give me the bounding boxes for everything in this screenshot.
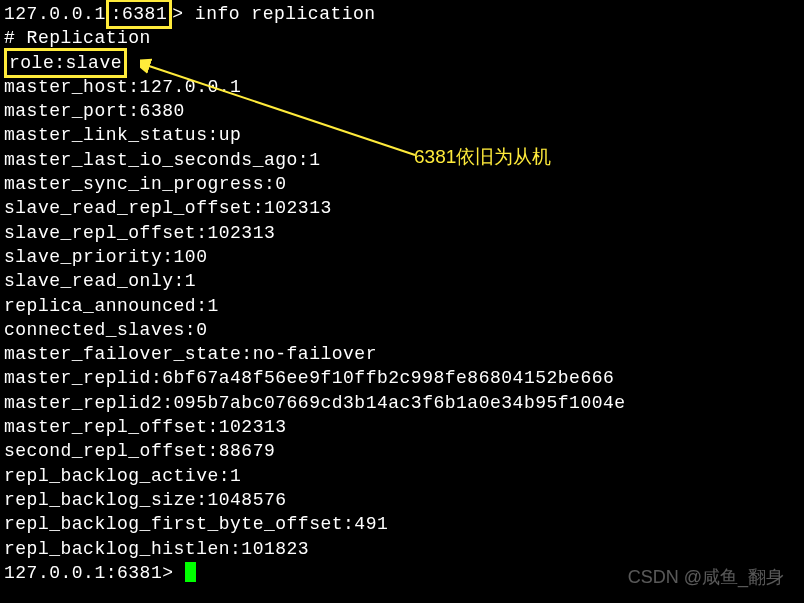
output-line: replica_announced:1 <box>4 294 800 318</box>
cursor-block <box>185 562 196 582</box>
output-line: connected_slaves:0 <box>4 318 800 342</box>
output-line: master_link_status:up <box>4 123 800 147</box>
output-line: slave_read_repl_offset:102313 <box>4 196 800 220</box>
output-line: slave_repl_offset:102313 <box>4 221 800 245</box>
output-line: master_replid2:095b7abc07669cd3b14ac3f6b… <box>4 391 800 415</box>
output-line: master_host:127.0.0.1 <box>4 75 800 99</box>
output-line: repl_backlog_histlen:101823 <box>4 537 800 561</box>
output-line: slave_priority:100 <box>4 245 800 269</box>
output-line: repl_backlog_first_byte_offset:491 <box>4 512 800 536</box>
prompt-line: 127.0.0.1:6381> info replication <box>4 2 800 26</box>
output-line: second_repl_offset:88679 <box>4 439 800 463</box>
output-line: master_failover_state:no-failover <box>4 342 800 366</box>
port-highlight: :6381 <box>106 0 173 29</box>
annotation-text: 6381依旧为从机 <box>414 144 551 170</box>
output-line: slave_read_only:1 <box>4 269 800 293</box>
output-line: master_port:6380 <box>4 99 800 123</box>
role-highlight: role:slave <box>4 48 127 78</box>
output-line: master_replid:6bf67a48f56ee9f10ffb2c998f… <box>4 366 800 390</box>
prompt-ip: 127.0.0.1 <box>4 4 106 24</box>
output-line: master_last_io_seconds_ago:1 <box>4 148 800 172</box>
output-line: master_sync_in_progress:0 <box>4 172 800 196</box>
output-line: repl_backlog_size:1048576 <box>4 488 800 512</box>
role-line: role:slave <box>4 51 800 75</box>
output-line: repl_backlog_active:1 <box>4 464 800 488</box>
watermark: CSDN @咸鱼_翻身 <box>628 565 784 589</box>
command-text: info replication <box>195 4 376 24</box>
output-line: master_repl_offset:102313 <box>4 415 800 439</box>
